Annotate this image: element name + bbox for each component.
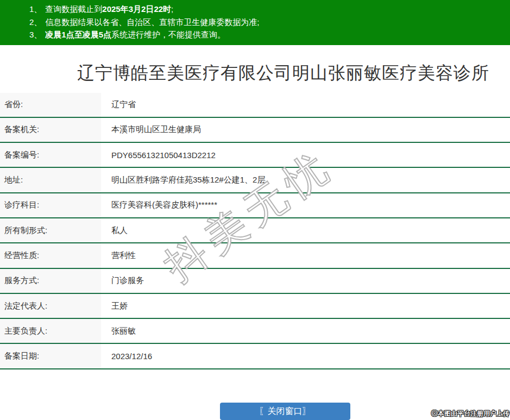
notice-text-bold: 2025年3月2日22时 <box>102 4 171 14</box>
notice-text: ; <box>171 4 173 14</box>
table-row-filing-date: 备案日期: 2023/12/16 <box>0 344 510 369</box>
row-value: 营利性 <box>101 243 510 267</box>
notice-number: 1、 <box>29 4 42 14</box>
notice-bar: 1、查询数据截止到2025年3月2日22时; 2、信息数据结果以各省、自治区、直… <box>0 0 510 45</box>
table-row-filing-number: 备案编号: PDY65561321050413D2212 <box>0 143 510 168</box>
row-label: 诊疗科目: <box>0 193 101 217</box>
row-value: 门诊服务 <box>101 269 510 293</box>
row-label: 省份: <box>0 93 101 117</box>
table-row-treatment-subjects: 诊疗科目: 医疗美容科(美容皮肤科)****** <box>0 193 510 218</box>
table-row-province: 省份: 辽宁省 <box>0 93 510 118</box>
page-title: 辽宁博皓至美医疗有限公司明山张丽敏医疗美容诊所 <box>56 61 510 85</box>
row-label: 备案日期: <box>0 344 101 368</box>
row-label: 主要负责人: <box>0 319 101 343</box>
table-row-business-nature: 经营性质: 营利性 <box>0 243 510 268</box>
notice-text: 系统进行维护，不能提供查询。 <box>111 30 225 39</box>
notice-number: 2、 <box>29 17 42 27</box>
notice-line-1: 1、查询数据截止到2025年3月2日22时; <box>29 3 510 16</box>
row-value: PDY65561321050413D2212 <box>101 143 510 167</box>
notice-line-2: 2、信息数据结果以各省、自治区、直辖市卫生健康委数据为准; <box>29 16 510 29</box>
row-value: 私人 <box>101 218 510 242</box>
row-label: 服务方式: <box>0 269 101 293</box>
credit-text: ◎本图由平台注册用户上传 <box>431 409 509 418</box>
row-value: 医疗美容科(美容皮肤科)****** <box>101 193 510 217</box>
row-label: 经营性质: <box>0 243 101 267</box>
row-value: 辽宁省 <box>101 93 510 117</box>
row-value: 本溪市明山区卫生健康局 <box>101 118 510 142</box>
row-label: 备案编号: <box>0 143 101 167</box>
row-value: 明山区胜利路学府佳苑35栋12#公建1、2层 <box>101 168 510 192</box>
row-label: 地址: <box>0 168 101 192</box>
notice-text: 信息数据结果以各省、自治区、直辖市卫生健康委数据为准; <box>45 17 259 27</box>
table-row-principal: 主要负责人: 张丽敏 <box>0 319 510 344</box>
notice-text-bold: 凌晨1点至凌晨5点 <box>45 30 111 39</box>
notice-number: 3、 <box>29 30 42 39</box>
row-label: 备案机关: <box>0 118 101 142</box>
row-value: 王娇 <box>101 294 510 318</box>
row-value: 张丽敏 <box>101 319 510 343</box>
table-row-service-mode: 服务方式: 门诊服务 <box>0 269 510 294</box>
table-row-ownership-form: 所有制形式: 私人 <box>0 218 510 243</box>
table-row-legal-representative: 法定代表人: 王娇 <box>0 294 510 319</box>
table-row-address: 地址: 明山区胜利路学府佳苑35栋12#公建1、2层 <box>0 168 510 193</box>
row-value: 2023/12/16 <box>101 344 510 368</box>
row-label: 法定代表人: <box>0 294 101 318</box>
info-table: 省份: 辽宁省 备案机关: 本溪市明山区卫生健康局 备案编号: PDY65561… <box>0 93 510 369</box>
title-wrap: 辽宁博皓至美医疗有限公司明山张丽敏医疗美容诊所 <box>0 61 510 85</box>
notice-text: 查询数据截止到 <box>45 4 102 14</box>
row-label: 所有制形式: <box>0 218 101 242</box>
notice-line-3: 3、凌晨1点至凌晨5点系统进行维护，不能提供查询。 <box>29 28 510 41</box>
table-row-filing-authority: 备案机关: 本溪市明山区卫生健康局 <box>0 118 510 143</box>
close-window-button[interactable]: 〖关闭窗口〗 <box>220 403 350 420</box>
